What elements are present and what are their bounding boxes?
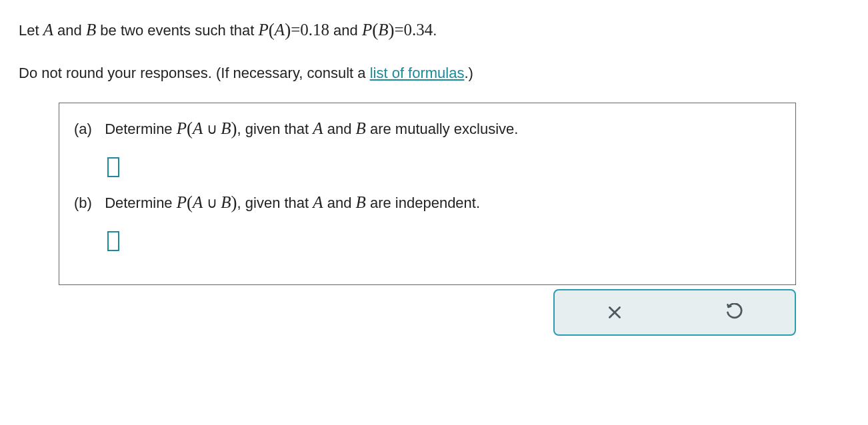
text: .) <box>464 65 473 81</box>
text: and <box>329 22 362 39</box>
intro-line: Let A and B be two events such that P(A)… <box>19 16 849 43</box>
text: are independent. <box>366 195 480 211</box>
part-a-answer-row <box>74 145 781 192</box>
var-A: A <box>193 193 203 211</box>
var-B: B <box>221 119 231 137</box>
lparen: ( <box>187 119 193 139</box>
answer-input-b[interactable] <box>107 231 119 251</box>
action-panel <box>59 289 796 336</box>
rparen: ) <box>285 20 291 40</box>
question-box: (a) Determine P(A ∪ B), given that A and… <box>59 103 796 285</box>
reset-button[interactable] <box>721 299 748 326</box>
text: Do not round your responses. (If necessa… <box>19 65 370 81</box>
part-a-prompt: (a) Determine P(A ∪ B), given that A and… <box>74 118 781 139</box>
answer-input-a[interactable] <box>107 157 119 177</box>
value: 0.18 <box>300 21 329 39</box>
var-A: A <box>193 119 203 137</box>
formulas-link[interactable]: list of formulas <box>370 65 465 81</box>
var-B: B <box>356 193 366 211</box>
var-A: A <box>313 119 323 137</box>
text: and <box>323 195 356 211</box>
part-label: (a) <box>74 121 101 138</box>
union-symbol: ∪ <box>203 195 221 211</box>
var-B: B <box>221 193 231 211</box>
text: , given that <box>237 195 313 211</box>
text: Determine <box>105 195 177 211</box>
part-label: (b) <box>74 195 101 212</box>
var-B: B <box>86 21 96 39</box>
text: Let <box>19 22 43 39</box>
clear-button[interactable] <box>601 299 628 326</box>
lparen: ( <box>187 193 193 212</box>
lparen: ( <box>269 20 275 40</box>
var-B: B <box>378 21 388 39</box>
text: and <box>323 121 356 137</box>
instruction-line: Do not round your responses. (If necessa… <box>19 62 849 84</box>
text: and <box>53 22 86 39</box>
value: 0.34 <box>404 21 433 39</box>
text: be two events such that <box>96 22 258 39</box>
text: , given that <box>237 121 313 137</box>
var-A: A <box>313 193 323 211</box>
equals: = <box>291 21 300 39</box>
var-P: P <box>362 21 372 39</box>
var-P: P <box>177 193 187 211</box>
var-B: B <box>356 119 366 137</box>
equals: = <box>395 21 404 39</box>
rparen: ) <box>389 20 395 40</box>
rparen: ) <box>231 193 237 212</box>
var-P: P <box>259 21 269 39</box>
var-A: A <box>43 21 53 39</box>
part-b-answer-row <box>74 219 781 266</box>
union-symbol: ∪ <box>203 121 221 137</box>
rparen: ) <box>231 119 237 139</box>
text: are mutually exclusive. <box>366 121 519 137</box>
part-b-prompt: (b) Determine P(A ∪ B), given that A and… <box>74 192 781 212</box>
x-icon <box>606 304 623 321</box>
var-A: A <box>275 21 285 39</box>
action-box <box>553 289 796 336</box>
var-P: P <box>177 119 187 137</box>
text: Determine <box>105 121 177 137</box>
text: . <box>433 22 437 39</box>
undo-icon <box>725 303 744 322</box>
lparen: ( <box>372 20 378 40</box>
